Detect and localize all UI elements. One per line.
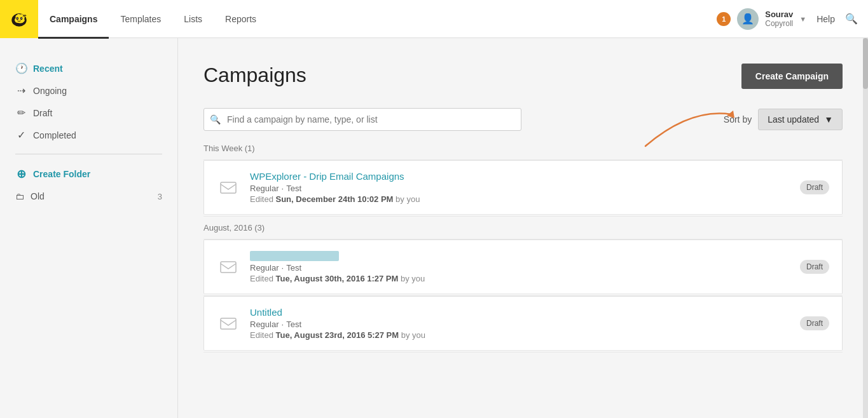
sidebar-item-recent[interactable]: 🕐 Recent xyxy=(0,57,177,79)
svg-rect-9 xyxy=(221,318,236,329)
campaign-meta: Regular·Test xyxy=(250,184,790,193)
folder-label: Old xyxy=(31,191,45,201)
campaign-name[interactable]: WPExplorer - Drip Email Campaigns xyxy=(250,171,790,182)
section-divider xyxy=(203,216,843,217)
main-layout: 🕐 Recent ⇢ Ongoing ✏ Draft ✓ Completed ⊕… xyxy=(0,38,868,418)
sidebar-divider xyxy=(15,154,162,154)
notification-badge[interactable]: 1 xyxy=(717,12,731,26)
sort-label: Sort by xyxy=(724,114,752,125)
user-menu-chevron[interactable]: ▼ xyxy=(799,15,806,23)
campaign-meta: Regular·Test xyxy=(250,263,790,273)
campaign-name[interactable]: Untitled xyxy=(250,307,790,318)
campaign-info: Regular·TestEdited Tue, August 30th, 201… xyxy=(250,250,790,283)
sidebar-create-folder[interactable]: ⊕ Create Folder xyxy=(0,162,177,186)
draft-icon: ✏ xyxy=(15,107,27,119)
user-org: Copyroll xyxy=(765,19,793,28)
folder-icon: 🗀 xyxy=(15,191,24,201)
scrollbar[interactable] xyxy=(863,38,868,418)
search-sort-row: 🔍 Sort by Last updated ▼ xyxy=(203,108,843,131)
sort-chevron-icon: ▼ xyxy=(824,114,833,125)
campaign-group-label: This Week (1) xyxy=(203,144,843,153)
folder-count: 3 xyxy=(158,192,162,201)
page-title: Campaigns xyxy=(203,64,307,87)
search-input[interactable] xyxy=(203,108,521,131)
create-folder-label: Create Folder xyxy=(33,169,90,179)
campaign-group-label: August, 2016 (3) xyxy=(203,223,843,233)
sidebar-label-completed: Completed xyxy=(33,130,76,140)
sidebar-item-ongoing[interactable]: ⇢ Ongoing xyxy=(0,79,177,102)
create-campaign-button[interactable]: Create Campaign xyxy=(741,64,843,89)
search-icon[interactable]: 🔍 xyxy=(845,13,858,25)
section-divider xyxy=(203,352,843,353)
campaign-info: WPExplorer - Drip Email CampaignsRegular… xyxy=(250,171,790,204)
recent-icon: 🕐 xyxy=(15,62,27,74)
help-link[interactable]: Help xyxy=(816,14,835,24)
campaign-edited: Edited Sun, December 24th 10:02 PM by yo… xyxy=(250,194,790,204)
sidebar-label-draft: Draft xyxy=(33,108,52,118)
nav-templates[interactable]: Templates xyxy=(109,1,172,39)
sidebar-label-recent: Recent xyxy=(33,64,63,74)
avatar[interactable]: 👤 xyxy=(737,8,759,30)
campaign-item: Regular·TestEdited Tue, August 30th, 201… xyxy=(203,239,843,294)
campaign-item: WPExplorer - Drip Email CampaignsRegular… xyxy=(203,160,843,215)
search-box: 🔍 xyxy=(203,108,521,131)
svg-rect-8 xyxy=(221,262,236,273)
campaign-email-icon xyxy=(217,176,240,199)
campaign-email-icon xyxy=(217,255,240,278)
svg-point-4 xyxy=(17,17,18,18)
ongoing-icon: ⇢ xyxy=(15,84,27,97)
campaign-edited: Edited Tue, August 23rd, 2016 5:27 PM by… xyxy=(250,330,790,340)
campaign-group: This Week (1) WPExplorer - Drip Email Ca… xyxy=(203,144,843,217)
content-header: Campaigns Create Campaign xyxy=(203,64,843,89)
campaign-group: August, 2016 (3) Regular·TestEdited Tue,… xyxy=(203,223,843,353)
campaign-status-badge: Draft xyxy=(800,260,829,274)
sidebar-folder-old[interactable]: 🗀 Old 3 xyxy=(0,186,177,206)
nav-links: Campaigns Templates Lists Reports xyxy=(38,0,717,37)
campaign-meta: Regular·Test xyxy=(250,320,790,329)
sidebar: 🕐 Recent ⇢ Ongoing ✏ Draft ✓ Completed ⊕… xyxy=(0,38,178,418)
user-name: Sourav xyxy=(765,10,793,20)
topnav-right: 1 👤 Sourav Copyroll ▼ Help 🔍 xyxy=(717,8,868,30)
campaign-email-icon xyxy=(217,312,240,335)
main-content: Campaigns Create Campaign 🔍 Sort by Last… xyxy=(178,38,868,418)
sidebar-item-draft[interactable]: ✏ Draft xyxy=(0,102,177,124)
campaign-groups: This Week (1) WPExplorer - Drip Email Ca… xyxy=(203,144,843,353)
campaign-edited: Edited Tue, August 30th, 2016 1:27 PM by… xyxy=(250,274,790,283)
sort-button[interactable]: Last updated ▼ xyxy=(758,109,843,130)
campaign-status-badge: Draft xyxy=(800,180,829,194)
logo[interactable] xyxy=(0,0,38,38)
create-folder-icon: ⊕ xyxy=(15,167,27,181)
sort-area: Sort by Last updated ▼ xyxy=(724,109,843,130)
sidebar-label-ongoing: Ongoing xyxy=(33,86,67,96)
campaign-info: UntitledRegular·TestEdited Tue, August 2… xyxy=(250,307,790,340)
svg-rect-7 xyxy=(221,182,236,193)
search-icon: 🔍 xyxy=(210,114,221,125)
campaign-item: UntitledRegular·TestEdited Tue, August 2… xyxy=(203,296,843,351)
campaign-status-badge: Draft xyxy=(800,316,829,330)
user-info: Sourav Copyroll xyxy=(765,10,793,29)
completed-icon: ✓ xyxy=(15,129,27,141)
sidebar-item-completed[interactable]: ✓ Completed xyxy=(0,124,177,146)
scrollbar-thumb[interactable] xyxy=(863,38,868,89)
campaign-name-blurred xyxy=(250,251,339,261)
nav-lists[interactable]: Lists xyxy=(172,1,214,39)
svg-point-5 xyxy=(21,17,22,18)
sort-current: Last updated xyxy=(768,114,819,125)
nav-campaigns[interactable]: Campaigns xyxy=(38,1,109,39)
nav-reports[interactable]: Reports xyxy=(214,1,268,39)
topnav: Campaigns Templates Lists Reports 1 👤 So… xyxy=(0,0,868,38)
